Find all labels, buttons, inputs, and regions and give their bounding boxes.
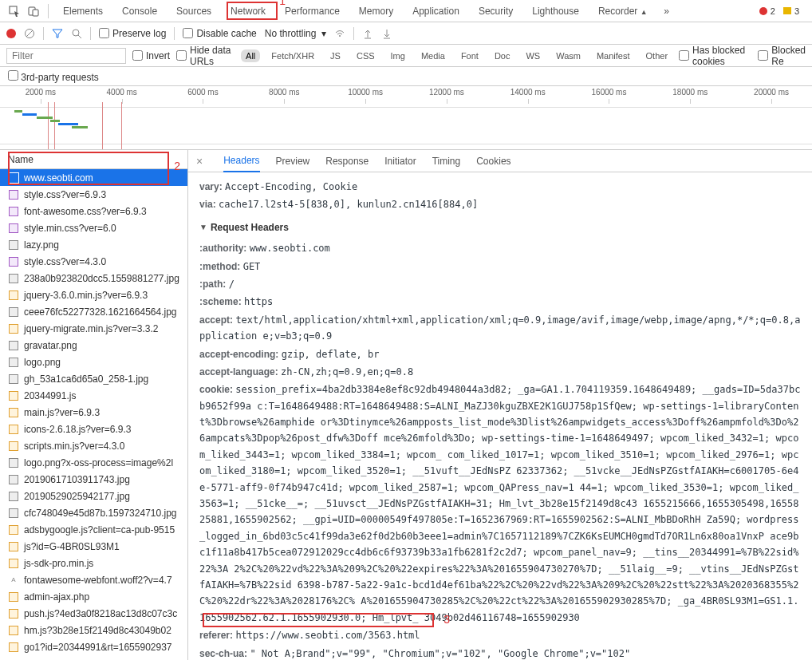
type-js[interactable]: JS xyxy=(325,49,345,62)
request-row[interactable]: go1?id=20344991&rt=1655902937 xyxy=(0,638,187,655)
inspect-element-icon[interactable] xyxy=(5,2,24,21)
request-row[interactable]: style.min.css?ver=6.0 xyxy=(0,219,187,236)
more-tabs-icon[interactable]: » xyxy=(657,2,676,21)
tab-headers[interactable]: Headers xyxy=(223,150,259,172)
request-name: gravatar.png xyxy=(24,340,77,351)
filter-icon[interactable] xyxy=(52,28,63,39)
request-row[interactable]: jquery-migrate.min.js?ver=3.3.2 xyxy=(0,320,187,337)
preserve-log-checkbox[interactable]: Preserve log xyxy=(99,28,166,39)
tab-response[interactable]: Response xyxy=(325,151,369,172)
tab-security[interactable]: Security xyxy=(469,1,522,22)
tab-console[interactable]: Console xyxy=(112,1,167,22)
tab-sources[interactable]: Sources xyxy=(167,1,221,22)
header-accept-language: accept-language: zh-CN,zh;q=0.9,en;q=0.8 xyxy=(199,364,801,380)
name-column-header[interactable]: Name xyxy=(0,150,187,169)
type-all[interactable]: All xyxy=(241,49,260,62)
error-count-badge[interactable]: 2 xyxy=(759,6,775,16)
request-row[interactable]: js-sdk-pro.min.js xyxy=(0,555,187,571)
throttling-select[interactable]: No throttling ▾ xyxy=(265,28,326,39)
request-headers-section[interactable]: ▼Request Headers xyxy=(199,219,801,235)
request-row[interactable]: admin-ajax.php xyxy=(0,588,187,605)
type-css[interactable]: CSS xyxy=(352,49,380,62)
waterfall-overview[interactable]: 2000 ms4000 ms6000 ms8000 ms10000 ms1200… xyxy=(0,86,812,150)
close-detail-icon[interactable]: × xyxy=(196,155,203,168)
tab-recorder[interactable]: Recorder ▲ xyxy=(589,1,657,22)
tab-network[interactable]: Network xyxy=(221,1,275,22)
tab-initiator[interactable]: Initiator xyxy=(384,151,416,172)
tab-elements[interactable]: Elements xyxy=(53,1,112,22)
request-row[interactable]: scripts.min.js?ver=4.3.0 xyxy=(0,437,187,454)
request-row[interactable]: font-awesome.css?ver=6.9.3 xyxy=(0,203,187,219)
request-row[interactable]: fontawesome-webfont.woff2?v=4.7 xyxy=(0,571,187,588)
type-font[interactable]: Font xyxy=(456,49,483,62)
request-row[interactable]: gravatar.png xyxy=(0,337,187,354)
hide-data-urls-checkbox[interactable]: Hide data URLs xyxy=(176,45,235,67)
request-row[interactable]: adsbygoogle.js?client=ca-pub-9515 xyxy=(0,521,187,538)
type-img[interactable]: Img xyxy=(386,49,410,62)
wifi-icon[interactable] xyxy=(334,28,345,39)
request-row[interactable]: cfc748049e45d87b.1597324710.jpg xyxy=(0,504,187,521)
request-row[interactable]: icons-2.6.18.js?ver=6.9.3 xyxy=(0,421,187,437)
request-row[interactable]: www.seobti.com xyxy=(0,169,187,186)
request-row[interactable]: ceee76fc52277328.1621664564.jpg xyxy=(0,303,187,320)
third-party-checkbox[interactable]: 3rd-party requests xyxy=(8,70,99,83)
request-row[interactable]: main.js?ver=6.9.3 xyxy=(0,404,187,421)
upload-icon[interactable] xyxy=(362,28,373,39)
file-type-icon xyxy=(8,290,19,301)
header-cookie: cookie: session_prefix=4ba2db3384e8ef8c9… xyxy=(199,381,801,626)
tab-performance[interactable]: Performance xyxy=(275,1,349,22)
warning-count-badge[interactable]: 3 xyxy=(783,6,799,16)
tab-cookies[interactable]: Cookies xyxy=(476,151,510,172)
download-icon[interactable] xyxy=(381,28,392,39)
tab-timing[interactable]: Timing xyxy=(432,151,461,172)
blocked-requests-checkbox[interactable]: Blocked Re xyxy=(758,45,806,67)
request-row[interactable]: 20190617103911743.jpg xyxy=(0,471,187,488)
type-wasm[interactable]: Wasm xyxy=(551,49,585,62)
type-media[interactable]: Media xyxy=(416,49,450,62)
device-toggle-icon[interactable] xyxy=(24,2,43,21)
search-icon[interactable] xyxy=(71,28,82,39)
type-fetch-xhr[interactable]: Fetch/XHR xyxy=(266,49,319,62)
svg-rect-2 xyxy=(33,10,38,16)
disable-cache-checkbox[interactable]: Disable cache xyxy=(183,28,256,39)
type-ws[interactable]: WS xyxy=(521,49,545,62)
filter-input[interactable] xyxy=(6,48,126,64)
request-row[interactable]: 20190529025942177.jpg xyxy=(0,488,187,504)
timeline-tick: 8000 ms xyxy=(243,88,325,97)
svg-point-7 xyxy=(339,35,341,37)
header-referer: referer: https://www.seobti.com/3563.htm… xyxy=(199,627,801,643)
invert-checkbox[interactable]: Invert xyxy=(132,50,170,61)
request-name: scripts.min.js?ver=4.3.0 xyxy=(24,441,124,452)
request-row[interactable]: gh_53a1ca6d65a0_258-1.jpg xyxy=(0,370,187,387)
tab-memory[interactable]: Memory xyxy=(349,1,403,22)
record-button[interactable] xyxy=(6,29,16,38)
type-manifest[interactable]: Manifest xyxy=(592,49,635,62)
request-row[interactable]: 238a0b923820dcc5.1559881277.jpg xyxy=(0,270,187,287)
request-row[interactable]: logo.png xyxy=(0,354,187,370)
detail-pane: × Headers Preview Response Initiator Tim… xyxy=(188,150,812,660)
request-name: hm.js?3b28e15f2149d8c43049b02 xyxy=(24,625,171,636)
tab-lighthouse[interactable]: Lighthouse xyxy=(522,1,589,22)
divider xyxy=(43,27,44,40)
file-type-icon xyxy=(8,374,19,385)
request-row[interactable]: style.css?ver=4.3.0 xyxy=(0,253,187,270)
request-row[interactable]: style.css?ver=6.9.3 xyxy=(0,186,187,203)
request-name: go1?id=20344991&rt=1655902937 xyxy=(24,642,172,653)
file-type-icon xyxy=(8,541,19,552)
request-row[interactable]: jquery-3.6.0.min.js?ver=6.9.3 xyxy=(0,287,187,303)
request-row[interactable]: js?id=G-4BR0SL93M1 xyxy=(0,538,187,555)
tab-preview[interactable]: Preview xyxy=(276,151,310,172)
request-row[interactable]: hm.js?3b28e15f2149d8c43049b02 xyxy=(0,622,187,638)
request-row[interactable]: push.js?4ed3a0f8218ac13d8c07c3c xyxy=(0,605,187,622)
request-row[interactable]: 20344991.js xyxy=(0,387,187,404)
has-blocked-cookies-checkbox[interactable]: Has blocked cookies xyxy=(679,45,751,67)
clear-icon[interactable] xyxy=(24,28,35,39)
request-row[interactable]: lazy.png xyxy=(0,236,187,253)
file-type-icon xyxy=(8,306,19,318)
type-doc[interactable]: Doc xyxy=(490,49,515,62)
timeline-tick: 16000 ms xyxy=(569,88,650,97)
tab-application[interactable]: Application xyxy=(403,1,469,22)
timeline-tick: 6000 ms xyxy=(163,88,244,97)
request-row[interactable]: logo.png?x-oss-process=image%2l xyxy=(0,454,187,471)
type-other[interactable]: Other xyxy=(641,49,673,62)
